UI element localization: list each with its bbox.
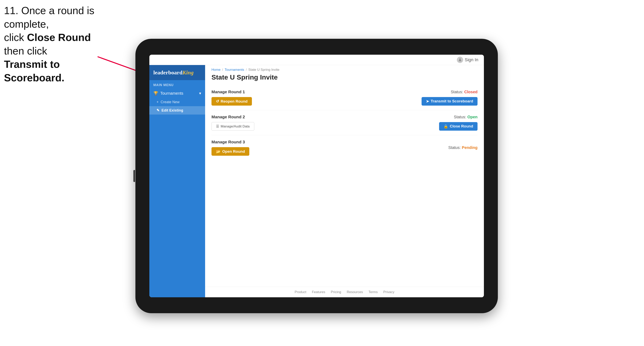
transmit-icon: ➤ xyxy=(426,99,429,104)
lock-icon: 🔒 xyxy=(444,124,448,129)
tournaments-label: Tournaments xyxy=(160,91,184,96)
round-2-title: Manage Round 2 xyxy=(212,115,254,119)
round-row-3: Manage Round 3 📂 Open Round Status: Pend… xyxy=(212,135,478,160)
round-1-right: Status: Closed ➤ Transmit to Scoreboard xyxy=(422,90,478,106)
footer-resources[interactable]: Resources xyxy=(347,290,363,294)
user-avatar xyxy=(457,57,463,63)
tablet-power-btn xyxy=(134,170,135,182)
rounds-container: Manage Round 1 ↺ Reopen Round Status: Cl… xyxy=(205,85,484,186)
reopen-icon: ↺ xyxy=(216,99,219,104)
footer-privacy[interactable]: Privacy xyxy=(383,290,394,294)
sidebar-subitem-create-new[interactable]: + Create New xyxy=(149,98,205,106)
breadcrumb-tournaments[interactable]: Tournaments xyxy=(224,68,244,72)
round-1-title: Manage Round 1 xyxy=(212,89,252,94)
close-round-label: Close Round xyxy=(450,124,473,129)
round-2-left: Manage Round 2 ☰ Manage/Audit Data xyxy=(212,115,254,131)
audit-icon: ☰ xyxy=(216,124,219,129)
round-1-status-value: Closed xyxy=(464,90,478,94)
manage-audit-data-button[interactable]: ☰ Manage/Audit Data xyxy=(212,122,254,131)
footer-features[interactable]: Features xyxy=(312,290,325,294)
transmit-to-scoreboard-button[interactable]: ➤ Transmit to Scoreboard xyxy=(422,97,478,106)
top-bar: Sign In xyxy=(149,55,484,65)
open-icon: 📂 xyxy=(216,149,221,154)
sign-in-button[interactable]: Sign In xyxy=(457,57,478,63)
sidebar-item-tournaments[interactable]: 🏆 Tournaments ▾ xyxy=(149,88,205,98)
sidebar-submenu: + Create New ✎ Edit Existing xyxy=(149,98,205,115)
chevron-down-icon: ▾ xyxy=(199,91,201,96)
sidebar: leaderboardKing MAIN MENU 🏆 Tournaments … xyxy=(149,65,205,297)
round-3-status-value: Pending xyxy=(462,145,478,150)
reopen-round-button[interactable]: ↺ Reopen Round xyxy=(212,97,252,106)
round-1-left: Manage Round 1 ↺ Reopen Round xyxy=(212,89,252,106)
round-3-left: Manage Round 3 📂 Open Round xyxy=(212,140,249,156)
reopen-round-label: Reopen Round xyxy=(221,99,248,104)
open-round-button[interactable]: 📂 Open Round xyxy=(212,147,249,156)
edit-existing-label: Edit Existing xyxy=(162,108,183,113)
manage-audit-label: Manage/Audit Data xyxy=(221,125,250,129)
round-3-title: Manage Round 3 xyxy=(212,140,249,144)
round-2-status: Status: Open xyxy=(454,115,478,119)
trophy-icon: 🏆 xyxy=(153,91,158,96)
main-content: Home / Tournaments / State U Spring Invi… xyxy=(205,65,484,297)
round-1-status: Status: Closed xyxy=(451,90,478,94)
edit-icon: ✎ xyxy=(156,108,160,113)
instruction-text: 11. Once a round is complete, click Clos… xyxy=(4,5,94,84)
round-2-status-value: Open xyxy=(467,115,478,119)
main-menu-label: MAIN MENU xyxy=(149,80,205,88)
create-new-label: Create New xyxy=(161,100,180,104)
close-round-button[interactable]: 🔒 Close Round xyxy=(439,122,478,131)
footer-pricing[interactable]: Pricing xyxy=(331,290,341,294)
footer-terms[interactable]: Terms xyxy=(368,290,378,294)
tablet-screen: Sign In leaderboardKing MAIN MENU 🏆 Tour… xyxy=(149,55,484,297)
round-3-right: Status: Pending xyxy=(448,145,478,150)
tablet-frame: Sign In leaderboardKing MAIN MENU 🏆 Tour… xyxy=(136,39,498,313)
footer: Product Features Pricing Resources Terms… xyxy=(205,287,484,297)
sidebar-tournaments-left: 🏆 Tournaments xyxy=(153,91,184,96)
svg-point-2 xyxy=(459,58,460,60)
sidebar-subitem-edit-existing[interactable]: ✎ Edit Existing xyxy=(149,106,205,115)
round-3-status: Status: Pending xyxy=(448,145,478,150)
page-title: State U Spring Invite xyxy=(205,73,484,85)
round-row-1: Manage Round 1 ↺ Reopen Round Status: Cl… xyxy=(212,85,478,110)
sign-in-label: Sign In xyxy=(465,57,478,62)
breadcrumb: Home / Tournaments / State U Spring Invi… xyxy=(205,65,484,73)
breadcrumb-current: State U Spring Invite xyxy=(248,68,280,72)
instruction-block: 11. Once a round is complete, click Clos… xyxy=(4,4,108,85)
logo: leaderboardKing xyxy=(153,69,201,76)
breadcrumb-sep2: / xyxy=(246,68,247,72)
round-2-right: Status: Open 🔒 Close Round xyxy=(439,115,478,131)
footer-product[interactable]: Product xyxy=(295,290,306,294)
transmit-label: Transmit to Scoreboard xyxy=(431,99,473,103)
sidebar-logo: leaderboardKing xyxy=(149,65,205,80)
round-row-2: Manage Round 2 ☰ Manage/Audit Data Statu… xyxy=(212,110,478,135)
breadcrumb-home[interactable]: Home xyxy=(212,68,220,72)
breadcrumb-sep1: / xyxy=(222,68,223,72)
plus-icon: + xyxy=(156,100,159,104)
open-round-label: Open Round xyxy=(222,149,245,154)
